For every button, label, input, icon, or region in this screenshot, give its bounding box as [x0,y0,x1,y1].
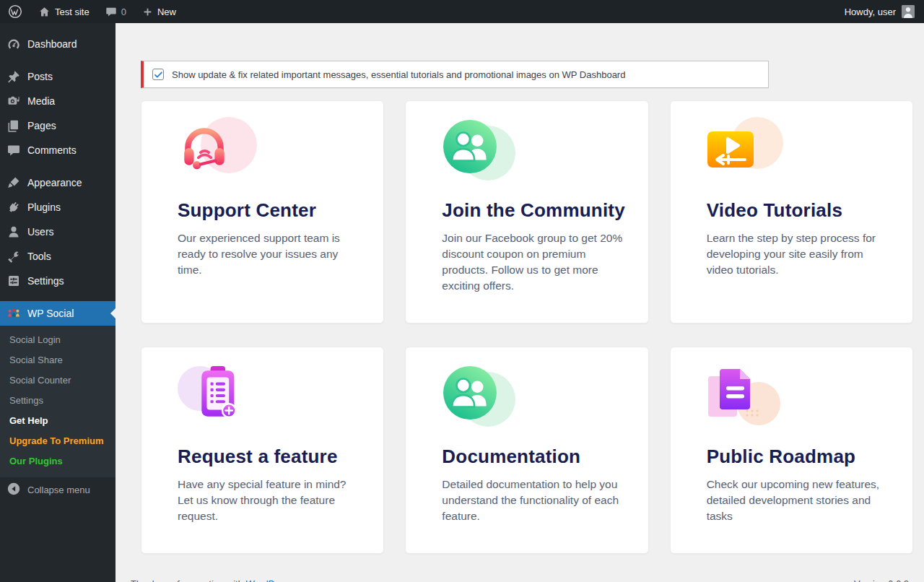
headset-icon [178,117,264,182]
site-name: Test site [55,6,90,17]
dashboard-messages-notice: Show update & fix related important mess… [141,61,769,88]
sidebar-item-label: Dashboard [27,38,77,50]
person-silhouette-icon [902,5,915,18]
submenu-item-settings[interactable]: Settings [0,391,116,411]
sidebar-item-wp-social[interactable]: WP Social [0,301,116,326]
admin-sidebar: Dashboard Posts Media Pages Comments App… [0,23,116,582]
sidebar-item-posts[interactable]: Posts [0,64,116,89]
pushpin-icon [6,69,21,84]
pages-stack-icon [6,118,21,133]
comment-bubble-icon [105,6,117,17]
sidebar-item-label: WP Social [27,308,74,319]
card-support-center[interactable]: Support Center Our experienced support t… [141,100,384,323]
sidebar-item-label: Appearance [27,177,82,188]
new-label: New [157,6,176,17]
footer-version: Version 6.6.2 [854,578,909,582]
main-content: Show update & fix related important mess… [116,0,924,582]
sidebar-item-label: Media [27,95,55,107]
card-title: Support Center [178,199,362,221]
sidebar-item-users[interactable]: Users [0,220,116,244]
submenu-item-social-share[interactable]: Social Share [0,350,116,370]
sidebar-item-label: Tools [27,251,51,262]
card-description: Join our Facebook group to get 20% disco… [442,230,626,294]
comment-bubble-icon [6,143,21,157]
collapse-arrow-icon [6,482,21,498]
submenu-item-social-login[interactable]: Social Login [0,330,116,350]
settings-sliders-icon [6,274,21,288]
wordpress-logo-icon [8,4,22,19]
admin-footer: Thank you for creating with WordPress. V… [130,578,909,582]
card-title: Join the Community [442,199,626,221]
card-description: Check our upcoming new features, detaile… [707,477,891,524]
sidebar-item-tools[interactable]: Tools [0,244,116,269]
show-messages-checkbox[interactable] [152,69,164,80]
plug-icon [6,200,21,214]
sidebar-item-plugins[interactable]: Plugins [0,195,116,220]
media-camera-icon [6,94,21,108]
collapse-menu-label: Collapse menu [27,485,90,495]
footer-thanks: Thank you for creating with WordPress. [130,578,295,582]
sidebar-item-dashboard[interactable]: Dashboard [0,32,116,56]
sidebar-item-label: Users [27,226,54,238]
help-cards-grid: Support Center Our experienced support t… [141,100,913,554]
checkmark-icon [154,70,163,79]
menu-separator [0,162,116,170]
new-content-link[interactable]: New [134,0,184,23]
feature-clipboard-icon [178,363,264,428]
card-title: Request a feature [178,446,362,467]
menu-separator [0,56,116,64]
home-icon [38,6,51,18]
card-description: Detailed documentation to help you under… [442,477,626,524]
video-player-icon [707,117,793,182]
howdy-text: Howdy, user [845,6,896,17]
card-public-roadmap[interactable]: Public Roadmap Check our upcoming new fe… [670,347,913,554]
plus-icon [142,6,153,17]
roadmap-document-icon [707,363,793,428]
card-description: Have any special feature in mind? Let us… [178,477,362,524]
avatar [902,5,915,18]
submenu-item-get-help[interactable]: Get Help [0,411,116,431]
notice-label[interactable]: Show update & fix related important mess… [172,69,625,80]
sidebar-item-label: Comments [27,144,77,156]
menu-separator [0,293,116,301]
sidebar-item-pages[interactable]: Pages [0,113,116,138]
submenu-item-our-plugins[interactable]: Our Plugins [0,451,116,472]
wordpress-logo-menu[interactable] [0,0,30,23]
card-join-the-community[interactable]: Join the Community Join our Facebook gro… [405,100,648,323]
sidebar-item-appearance[interactable]: Appearance [0,170,116,195]
paintbrush-icon [6,175,21,190]
sidebar-item-comments[interactable]: Comments [0,138,116,162]
sidebar-item-label: Posts [27,71,53,82]
card-description: Our experienced support team is ready to… [178,230,362,278]
sidebar-item-media[interactable]: Media [0,89,116,113]
wp-social-submenu: Social Login Social Share Social Counter… [0,326,116,477]
card-title: Video Tutorials [707,199,891,221]
footer-thanks-period: . [292,578,295,582]
card-title: Documentation [442,446,626,467]
sidebar-item-settings[interactable]: Settings [0,269,116,293]
community-people-icon [442,117,528,182]
footer-thanks-text: Thank you for creating with [130,578,243,582]
account-menu[interactable]: Howdy, user [845,0,924,23]
wrench-icon [6,249,21,264]
comments-count: 0 [121,6,126,17]
sidebar-item-label: Plugins [27,201,61,213]
collapse-menu-button[interactable]: Collapse menu [0,477,116,502]
sidebar-item-label: Settings [27,275,64,287]
card-request-a-feature[interactable]: Request a feature Have any special featu… [141,347,384,554]
card-documentation[interactable]: Documentation Detailed documentation to … [405,347,648,554]
user-icon [6,225,21,239]
comments-pending-link[interactable]: 0 [97,0,134,23]
card-video-tutorials[interactable]: Video Tutorials Learn the step by step p… [670,100,913,323]
submenu-item-upgrade-to-premium[interactable]: Upgrade To Premium [0,431,116,451]
community-people-icon [442,363,528,428]
dashboard-gauge-icon [6,37,21,51]
site-name-link[interactable]: Test site [30,0,97,23]
wp-social-people-icon [6,306,21,321]
wordpress-link[interactable]: WordPress [245,578,292,582]
card-title: Public Roadmap [707,446,891,467]
admin-bar: Test site 0 New Howdy, user [0,0,924,23]
card-description: Learn the step by step process for devel… [707,230,891,278]
submenu-item-social-counter[interactable]: Social Counter [0,370,116,391]
sidebar-item-label: Pages [27,120,56,131]
